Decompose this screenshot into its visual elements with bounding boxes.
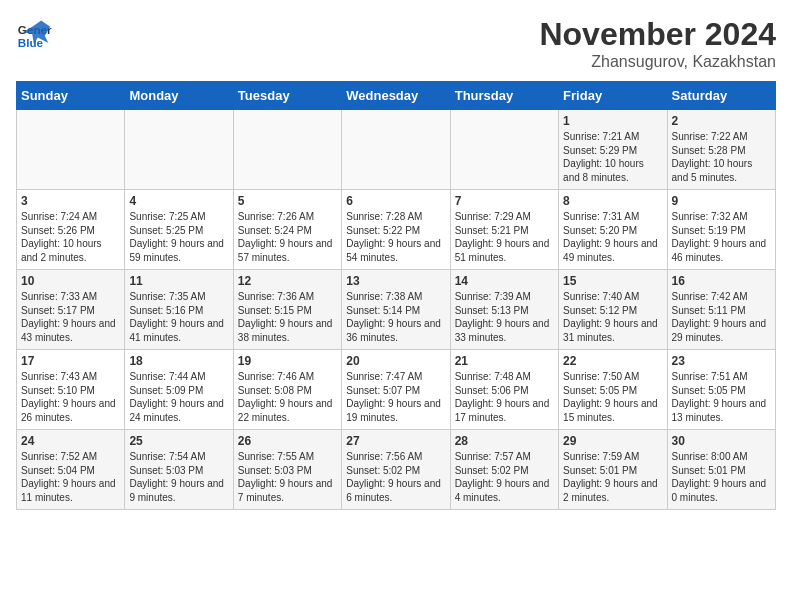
calendar-week-1: 3Sunrise: 7:24 AM Sunset: 5:26 PM Daylig… bbox=[17, 190, 776, 270]
calendar-week-4: 24Sunrise: 7:52 AM Sunset: 5:04 PM Dayli… bbox=[17, 430, 776, 510]
day-number: 11 bbox=[129, 274, 228, 288]
header-sunday: Sunday bbox=[17, 82, 125, 110]
day-info: Sunrise: 7:22 AM Sunset: 5:28 PM Dayligh… bbox=[672, 130, 771, 184]
day-number: 28 bbox=[455, 434, 554, 448]
day-number: 12 bbox=[238, 274, 337, 288]
calendar-header-row: SundayMondayTuesdayWednesdayThursdayFrid… bbox=[17, 82, 776, 110]
calendar-week-0: 1Sunrise: 7:21 AM Sunset: 5:29 PM Daylig… bbox=[17, 110, 776, 190]
calendar-cell: 19Sunrise: 7:46 AM Sunset: 5:08 PM Dayli… bbox=[233, 350, 341, 430]
day-info: Sunrise: 7:40 AM Sunset: 5:12 PM Dayligh… bbox=[563, 290, 662, 344]
calendar-cell: 16Sunrise: 7:42 AM Sunset: 5:11 PM Dayli… bbox=[667, 270, 775, 350]
day-number: 14 bbox=[455, 274, 554, 288]
calendar-cell: 27Sunrise: 7:56 AM Sunset: 5:02 PM Dayli… bbox=[342, 430, 450, 510]
day-number: 27 bbox=[346, 434, 445, 448]
day-info: Sunrise: 7:33 AM Sunset: 5:17 PM Dayligh… bbox=[21, 290, 120, 344]
calendar-cell: 11Sunrise: 7:35 AM Sunset: 5:16 PM Dayli… bbox=[125, 270, 233, 350]
calendar-cell: 15Sunrise: 7:40 AM Sunset: 5:12 PM Dayli… bbox=[559, 270, 667, 350]
calendar-cell: 1Sunrise: 7:21 AM Sunset: 5:29 PM Daylig… bbox=[559, 110, 667, 190]
day-number: 26 bbox=[238, 434, 337, 448]
calendar-cell bbox=[17, 110, 125, 190]
day-number: 2 bbox=[672, 114, 771, 128]
day-info: Sunrise: 7:48 AM Sunset: 5:06 PM Dayligh… bbox=[455, 370, 554, 424]
header-wednesday: Wednesday bbox=[342, 82, 450, 110]
day-number: 13 bbox=[346, 274, 445, 288]
header-thursday: Thursday bbox=[450, 82, 558, 110]
day-number: 4 bbox=[129, 194, 228, 208]
calendar-cell: 18Sunrise: 7:44 AM Sunset: 5:09 PM Dayli… bbox=[125, 350, 233, 430]
day-number: 3 bbox=[21, 194, 120, 208]
calendar-cell: 25Sunrise: 7:54 AM Sunset: 5:03 PM Dayli… bbox=[125, 430, 233, 510]
calendar-cell bbox=[125, 110, 233, 190]
day-info: Sunrise: 7:42 AM Sunset: 5:11 PM Dayligh… bbox=[672, 290, 771, 344]
day-info: Sunrise: 7:38 AM Sunset: 5:14 PM Dayligh… bbox=[346, 290, 445, 344]
day-number: 7 bbox=[455, 194, 554, 208]
day-info: Sunrise: 7:56 AM Sunset: 5:02 PM Dayligh… bbox=[346, 450, 445, 504]
day-info: Sunrise: 7:29 AM Sunset: 5:21 PM Dayligh… bbox=[455, 210, 554, 264]
calendar-cell: 24Sunrise: 7:52 AM Sunset: 5:04 PM Dayli… bbox=[17, 430, 125, 510]
calendar-cell bbox=[450, 110, 558, 190]
day-info: Sunrise: 7:52 AM Sunset: 5:04 PM Dayligh… bbox=[21, 450, 120, 504]
day-info: Sunrise: 7:31 AM Sunset: 5:20 PM Dayligh… bbox=[563, 210, 662, 264]
day-info: Sunrise: 7:46 AM Sunset: 5:08 PM Dayligh… bbox=[238, 370, 337, 424]
day-number: 16 bbox=[672, 274, 771, 288]
calendar-cell: 13Sunrise: 7:38 AM Sunset: 5:14 PM Dayli… bbox=[342, 270, 450, 350]
calendar-cell: 30Sunrise: 8:00 AM Sunset: 5:01 PM Dayli… bbox=[667, 430, 775, 510]
day-number: 15 bbox=[563, 274, 662, 288]
day-number: 19 bbox=[238, 354, 337, 368]
day-info: Sunrise: 7:44 AM Sunset: 5:09 PM Dayligh… bbox=[129, 370, 228, 424]
calendar-cell: 7Sunrise: 7:29 AM Sunset: 5:21 PM Daylig… bbox=[450, 190, 558, 270]
day-info: Sunrise: 7:35 AM Sunset: 5:16 PM Dayligh… bbox=[129, 290, 228, 344]
day-number: 24 bbox=[21, 434, 120, 448]
calendar-cell: 10Sunrise: 7:33 AM Sunset: 5:17 PM Dayli… bbox=[17, 270, 125, 350]
day-info: Sunrise: 7:36 AM Sunset: 5:15 PM Dayligh… bbox=[238, 290, 337, 344]
day-number: 30 bbox=[672, 434, 771, 448]
day-number: 1 bbox=[563, 114, 662, 128]
calendar-table: SundayMondayTuesdayWednesdayThursdayFrid… bbox=[16, 81, 776, 510]
calendar-cell: 22Sunrise: 7:50 AM Sunset: 5:05 PM Dayli… bbox=[559, 350, 667, 430]
calendar-cell: 23Sunrise: 7:51 AM Sunset: 5:05 PM Dayli… bbox=[667, 350, 775, 430]
day-info: Sunrise: 7:57 AM Sunset: 5:02 PM Dayligh… bbox=[455, 450, 554, 504]
calendar-cell: 8Sunrise: 7:31 AM Sunset: 5:20 PM Daylig… bbox=[559, 190, 667, 270]
day-number: 9 bbox=[672, 194, 771, 208]
calendar-cell: 5Sunrise: 7:26 AM Sunset: 5:24 PM Daylig… bbox=[233, 190, 341, 270]
header-friday: Friday bbox=[559, 82, 667, 110]
calendar-cell: 21Sunrise: 7:48 AM Sunset: 5:06 PM Dayli… bbox=[450, 350, 558, 430]
logo: General Blue bbox=[16, 16, 52, 52]
day-info: Sunrise: 7:25 AM Sunset: 5:25 PM Dayligh… bbox=[129, 210, 228, 264]
header-tuesday: Tuesday bbox=[233, 82, 341, 110]
calendar-cell: 14Sunrise: 7:39 AM Sunset: 5:13 PM Dayli… bbox=[450, 270, 558, 350]
day-number: 18 bbox=[129, 354, 228, 368]
calendar-week-2: 10Sunrise: 7:33 AM Sunset: 5:17 PM Dayli… bbox=[17, 270, 776, 350]
day-info: Sunrise: 7:59 AM Sunset: 5:01 PM Dayligh… bbox=[563, 450, 662, 504]
day-number: 21 bbox=[455, 354, 554, 368]
calendar-cell: 2Sunrise: 7:22 AM Sunset: 5:28 PM Daylig… bbox=[667, 110, 775, 190]
calendar-cell: 12Sunrise: 7:36 AM Sunset: 5:15 PM Dayli… bbox=[233, 270, 341, 350]
day-info: Sunrise: 7:50 AM Sunset: 5:05 PM Dayligh… bbox=[563, 370, 662, 424]
day-number: 20 bbox=[346, 354, 445, 368]
calendar-cell bbox=[342, 110, 450, 190]
day-info: Sunrise: 7:39 AM Sunset: 5:13 PM Dayligh… bbox=[455, 290, 554, 344]
location-title: Zhansugurov, Kazakhstan bbox=[539, 53, 776, 71]
day-info: Sunrise: 7:54 AM Sunset: 5:03 PM Dayligh… bbox=[129, 450, 228, 504]
calendar-cell: 20Sunrise: 7:47 AM Sunset: 5:07 PM Dayli… bbox=[342, 350, 450, 430]
day-number: 29 bbox=[563, 434, 662, 448]
title-area: November 2024 Zhansugurov, Kazakhstan bbox=[539, 16, 776, 71]
day-info: Sunrise: 7:43 AM Sunset: 5:10 PM Dayligh… bbox=[21, 370, 120, 424]
day-info: Sunrise: 7:51 AM Sunset: 5:05 PM Dayligh… bbox=[672, 370, 771, 424]
logo-icon: General Blue bbox=[16, 16, 52, 52]
day-info: Sunrise: 8:00 AM Sunset: 5:01 PM Dayligh… bbox=[672, 450, 771, 504]
day-info: Sunrise: 7:21 AM Sunset: 5:29 PM Dayligh… bbox=[563, 130, 662, 184]
day-info: Sunrise: 7:26 AM Sunset: 5:24 PM Dayligh… bbox=[238, 210, 337, 264]
calendar-cell: 28Sunrise: 7:57 AM Sunset: 5:02 PM Dayli… bbox=[450, 430, 558, 510]
day-number: 6 bbox=[346, 194, 445, 208]
day-number: 23 bbox=[672, 354, 771, 368]
header: General Blue November 2024 Zhansugurov, … bbox=[16, 16, 776, 71]
header-saturday: Saturday bbox=[667, 82, 775, 110]
calendar-cell: 3Sunrise: 7:24 AM Sunset: 5:26 PM Daylig… bbox=[17, 190, 125, 270]
header-monday: Monday bbox=[125, 82, 233, 110]
calendar-cell: 29Sunrise: 7:59 AM Sunset: 5:01 PM Dayli… bbox=[559, 430, 667, 510]
day-info: Sunrise: 7:47 AM Sunset: 5:07 PM Dayligh… bbox=[346, 370, 445, 424]
day-info: Sunrise: 7:32 AM Sunset: 5:19 PM Dayligh… bbox=[672, 210, 771, 264]
calendar-cell: 6Sunrise: 7:28 AM Sunset: 5:22 PM Daylig… bbox=[342, 190, 450, 270]
calendar-week-3: 17Sunrise: 7:43 AM Sunset: 5:10 PM Dayli… bbox=[17, 350, 776, 430]
